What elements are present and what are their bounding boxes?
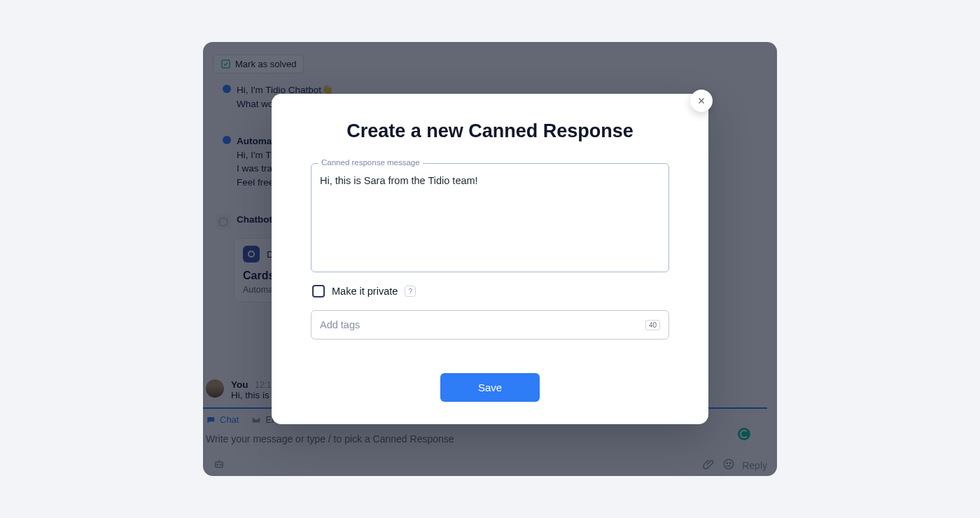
canned-response-modal: Create a new Canned Response Canned resp… xyxy=(272,94,708,424)
help-icon[interactable]: ? xyxy=(405,286,416,297)
close-icon xyxy=(696,96,706,106)
close-button[interactable] xyxy=(690,90,713,112)
app-window: Mark as solved Hi, I'm Tidio Chatbot👋 Wh… xyxy=(203,42,777,476)
tags-input[interactable]: Add tags 40 xyxy=(311,310,669,340)
field-label: Canned response message xyxy=(318,158,423,167)
private-label: Make it private xyxy=(332,286,398,297)
response-text: Hi, this is Sara from the Tidio team! xyxy=(320,175,660,186)
modal-title: Create a new Canned Response xyxy=(311,120,669,142)
tags-limit-badge: 40 xyxy=(645,320,660,330)
response-textarea[interactable]: Canned response message Hi, this is Sara… xyxy=(311,163,669,272)
save-button[interactable]: Save xyxy=(440,373,540,402)
private-checkbox[interactable] xyxy=(312,285,325,298)
tags-placeholder: Add tags xyxy=(320,319,360,330)
